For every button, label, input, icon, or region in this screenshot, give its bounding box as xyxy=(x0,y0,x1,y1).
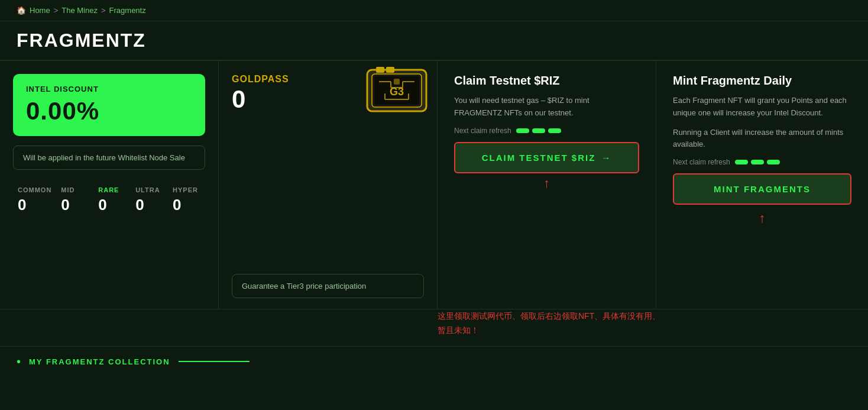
breadcrumb-sep2: > xyxy=(101,6,106,15)
mint-desc2: Running a Client will increase the amoun… xyxy=(673,127,851,151)
goldpass-header: GOLDPASS 0 G3 xyxy=(232,74,424,112)
goldpass-label: GOLDPASS xyxy=(232,74,289,85)
annotation-row: 这里领取测试网代币、领取后右边领取NFT、具体有没有用、暂且未知！ xyxy=(0,309,868,346)
goldpass-guarantee-text: Guarantee a Tier3 price participation xyxy=(242,282,366,290)
mint-red-arrow: ↑ xyxy=(759,212,766,225)
mint-fragments-button[interactable]: MINT FRAGMENTS xyxy=(673,173,851,205)
stat-ultra-label: ULTRA xyxy=(135,186,163,193)
claim-btn-label: CLAIM TESTNET $RIZ xyxy=(482,153,596,163)
page-title-bar: FRAGMENTZ xyxy=(0,21,868,60)
claim-title: Claim Testnet $RIZ xyxy=(454,74,639,88)
stat-rare-value: 0 xyxy=(98,196,126,214)
mint-refresh-row: Next claim refresh xyxy=(673,158,851,166)
mint-btn-label: MINT FRAGMENTS xyxy=(714,184,811,194)
stat-mid-label: MID xyxy=(61,186,89,193)
intel-label: INTEL DISCOUNT xyxy=(26,85,192,93)
goldpass-guarantee: Guarantee a Tier3 price participation xyxy=(232,274,424,298)
page-title: FRAGMENTZ xyxy=(17,30,851,51)
stat-hyper: HYPER 0 xyxy=(168,180,205,220)
svg-text:G3: G3 xyxy=(390,86,404,98)
breadcrumb-current: Fragmentz xyxy=(109,6,146,15)
claim-testnet-button[interactable]: CLAIM TESTNET $RIZ → xyxy=(454,142,639,173)
stat-hyper-label: HYPER xyxy=(173,186,200,193)
goldpass-cell: GOLDPASS 0 G3 xyxy=(219,61,438,309)
mint-refresh-label: Next claim refresh xyxy=(673,158,730,166)
annotation-text: 这里领取测试网代币、领取后右边领取NFT、具体有没有用、暂且未知！ xyxy=(438,309,854,338)
intel-cell: INTEL DISCOUNT 0.00% Will be applied in … xyxy=(0,61,219,309)
claim-refresh-row: Next claim refresh xyxy=(454,127,639,135)
stat-rare-label: RARE xyxy=(98,186,126,193)
whitelist-text: Will be applied in the future Whitelist … xyxy=(23,153,185,162)
home-icon: 🏠 xyxy=(17,6,26,15)
mint-dot-2 xyxy=(751,160,764,164)
stat-ultra: ULTRA 0 xyxy=(131,180,168,220)
stat-ultra-value: 0 xyxy=(135,196,163,214)
goldpass-icon: G3 xyxy=(361,61,432,120)
mint-cell: Mint Fragmentz Daily Each Fragment NFT w… xyxy=(656,61,868,309)
intel-value: 0.00% xyxy=(26,97,192,125)
dot-3 xyxy=(548,128,561,133)
stat-mid-value: 0 xyxy=(61,196,89,214)
goldpass-value: 0 xyxy=(232,87,289,112)
stat-hyper-value: 0 xyxy=(173,196,200,214)
claim-red-arrow: ↑ xyxy=(543,177,550,190)
mint-title: Mint Fragmentz Daily xyxy=(673,74,851,88)
annotation-left xyxy=(0,309,438,346)
stat-rare: RARE 0 xyxy=(93,180,131,220)
fragmentz-line xyxy=(179,361,250,362)
claim-btn-arrow: → xyxy=(601,153,611,163)
svg-rect-11 xyxy=(394,79,400,85)
claim-refresh-label: Next claim refresh xyxy=(454,127,511,135)
mint-desc1: Each Fragment NFT will grant you Points … xyxy=(673,95,851,120)
my-fragmentz-bar: • MY FRAGMENTZ COLLECTION xyxy=(0,346,868,377)
stat-common: COMMON 0 xyxy=(13,180,56,220)
claim-arrow-annotation: ↑ xyxy=(454,177,639,190)
svg-rect-12 xyxy=(376,67,384,73)
stat-mid: MID 0 xyxy=(56,180,93,220)
claim-desc: You will need testnet gas – $RIZ to mint… xyxy=(454,95,639,120)
breadcrumb-sep1: > xyxy=(54,6,59,15)
stat-common-value: 0 xyxy=(18,196,51,214)
dot-2 xyxy=(532,128,545,133)
breadcrumb-home[interactable]: Home xyxy=(30,6,50,15)
mint-refresh-dots xyxy=(735,160,780,164)
mint-arrow-annotation: ↑ xyxy=(673,212,851,225)
claim-refresh-dots xyxy=(516,128,561,133)
dot-1 xyxy=(516,128,529,133)
breadcrumb-minez[interactable]: The Minez xyxy=(61,6,98,15)
annotation-right: 这里领取测试网代币、领取后右边领取NFT、具体有没有用、暂且未知！ xyxy=(438,309,868,346)
mint-dot-1 xyxy=(735,160,748,164)
fragmentz-bullet: • xyxy=(17,355,21,369)
claim-cell: Claim Testnet $RIZ You will need testnet… xyxy=(438,61,656,309)
svg-rect-13 xyxy=(386,67,394,73)
mint-dot-3 xyxy=(767,160,780,164)
intel-discount-card: INTEL DISCOUNT 0.00% xyxy=(13,74,205,136)
stat-common-label: COMMON xyxy=(18,186,51,193)
breadcrumb: 🏠 Home > The Minez > Fragmentz xyxy=(0,0,868,21)
stats-row: COMMON 0 MID 0 RARE 0 ULTRA 0 HYPER 0 xyxy=(13,180,205,220)
main-grid: INTEL DISCOUNT 0.00% Will be applied in … xyxy=(0,60,868,309)
whitelist-card: Will be applied in the future Whitelist … xyxy=(13,146,205,170)
my-fragmentz-label: MY FRAGMENTZ COLLECTION xyxy=(29,357,170,366)
